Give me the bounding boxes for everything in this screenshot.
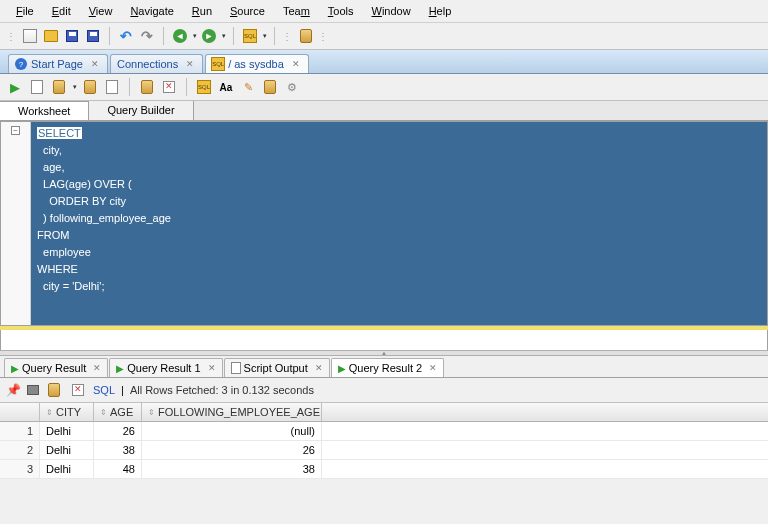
cell-age[interactable]: 26 bbox=[94, 422, 142, 440]
table-row[interactable]: 1 Delhi 26 (null) bbox=[0, 422, 768, 441]
result-toolbar: 📌 SQL | All Rows Fetched: 3 in 0.132 sec… bbox=[0, 378, 768, 403]
menu-window[interactable]: Window bbox=[364, 3, 419, 19]
table-row[interactable]: 3 Delhi 48 38 bbox=[0, 460, 768, 479]
separator: | bbox=[121, 384, 124, 396]
autotrace-button[interactable] bbox=[81, 78, 99, 96]
tab-query-result-1[interactable]: ▶ Query Result 1 ✕ bbox=[109, 358, 222, 377]
nav-forward-button[interactable]: ► bbox=[200, 27, 218, 45]
dba-button[interactable] bbox=[297, 27, 315, 45]
menu-run[interactable]: Run bbox=[184, 3, 220, 19]
close-icon[interactable]: ✕ bbox=[93, 363, 101, 373]
sql-editor[interactable]: − SELECT city, age, LAG(age) OVER ( ORDE… bbox=[0, 121, 768, 326]
cell-age[interactable]: 38 bbox=[94, 441, 142, 459]
open-button[interactable] bbox=[42, 27, 60, 45]
play-icon: ▶ bbox=[116, 363, 124, 374]
clear-button[interactable]: ✎ bbox=[239, 78, 257, 96]
tab-query-result-2[interactable]: ▶ Query Result 2 ✕ bbox=[331, 358, 444, 377]
arrow-left-icon: ◄ bbox=[173, 29, 187, 43]
menu-help[interactable]: Help bbox=[421, 3, 460, 19]
clear-result-button[interactable] bbox=[69, 381, 87, 399]
tab-connections[interactable]: Connections ✕ bbox=[110, 54, 203, 73]
menu-team[interactable]: Team bbox=[275, 3, 318, 19]
save-all-button[interactable] bbox=[84, 27, 102, 45]
close-icon[interactable]: ✕ bbox=[91, 59, 99, 69]
save-button[interactable] bbox=[63, 27, 81, 45]
dropdown-icon[interactable]: ▾ bbox=[193, 32, 197, 40]
print-icon[interactable] bbox=[27, 385, 39, 395]
sql-link[interactable]: SQL bbox=[93, 384, 115, 396]
close-icon[interactable]: ✕ bbox=[186, 59, 194, 69]
tab-script-output[interactable]: Script Output ✕ bbox=[224, 358, 330, 377]
code-content[interactable]: SELECT city, age, LAG(age) OVER ( ORDER … bbox=[31, 122, 602, 325]
undo-icon: ↶ bbox=[120, 28, 132, 44]
menu-view[interactable]: View bbox=[81, 3, 121, 19]
nav-back-button[interactable]: ◄ bbox=[171, 27, 189, 45]
cell-city[interactable]: Delhi bbox=[40, 441, 94, 459]
tab-worksheet[interactable]: Worksheet bbox=[0, 101, 89, 120]
eraser-icon: ✎ bbox=[244, 81, 253, 94]
tab-start-page[interactable]: ? Start Page ✕ bbox=[8, 54, 108, 73]
run-statement-button[interactable]: ▶ bbox=[6, 78, 24, 96]
cell-age[interactable]: 48 bbox=[94, 460, 142, 478]
rollback-button[interactable] bbox=[160, 78, 178, 96]
sql-history-button[interactable] bbox=[103, 78, 121, 96]
explain-plan-button[interactable] bbox=[50, 78, 68, 96]
unshared-button[interactable]: SQL bbox=[195, 78, 213, 96]
toolbar-grip-icon: ⋮ bbox=[318, 31, 328, 42]
column-header-city[interactable]: ⇕CITY bbox=[40, 403, 94, 421]
export-button[interactable] bbox=[45, 381, 63, 399]
cell-following-employee-age[interactable]: 26 bbox=[142, 441, 322, 459]
menu-source[interactable]: Source bbox=[222, 3, 273, 19]
sql-worksheet-button[interactable]: SQL bbox=[241, 27, 259, 45]
redo-button[interactable]: ↷ bbox=[138, 27, 156, 45]
report-button[interactable]: ⚙ bbox=[283, 78, 301, 96]
dropdown-icon[interactable]: ▾ bbox=[73, 83, 77, 91]
sql-icon: SQL bbox=[243, 29, 257, 43]
close-icon[interactable]: ✕ bbox=[429, 363, 437, 373]
history-icon bbox=[106, 80, 118, 94]
settings-button[interactable] bbox=[261, 78, 279, 96]
tab-sysdba[interactable]: SQL / as sysdba ✕ bbox=[205, 54, 309, 73]
menu-edit[interactable]: Edit bbox=[44, 3, 79, 19]
save-all-icon bbox=[87, 30, 99, 42]
toolbar-grip-icon: ⋮ bbox=[6, 31, 16, 42]
menu-navigate[interactable]: Navigate bbox=[122, 3, 181, 19]
cell-following-employee-age[interactable]: 38 bbox=[142, 460, 322, 478]
commit-icon bbox=[141, 80, 153, 94]
gear-icon bbox=[264, 80, 276, 94]
commit-button[interactable] bbox=[138, 78, 156, 96]
sort-icon: ⇕ bbox=[100, 408, 107, 417]
menubar: File Edit View Navigate Run Source Team … bbox=[0, 0, 768, 23]
tab-label: Connections bbox=[117, 58, 178, 70]
column-header-age[interactable]: ⇕AGE bbox=[94, 403, 142, 421]
pin-icon[interactable]: 📌 bbox=[6, 383, 21, 397]
header-rownum[interactable] bbox=[0, 403, 40, 421]
cell-city[interactable]: Delhi bbox=[40, 422, 94, 440]
dropdown-icon[interactable]: ▾ bbox=[263, 32, 267, 40]
close-icon[interactable]: ✕ bbox=[315, 363, 323, 373]
export-icon bbox=[48, 383, 60, 397]
tab-query-result[interactable]: ▶ Query Result ✕ bbox=[4, 358, 108, 377]
main-toolbar: ⋮ ↶ ↷ ◄ ▾ ► ▾ SQL ▾ ⋮ ⋮ bbox=[0, 23, 768, 50]
column-header-following-employee-age[interactable]: ⇕FOLLOWING_EMPLOYEE_AGE bbox=[142, 403, 322, 421]
cell-following-employee-age[interactable]: (null) bbox=[142, 422, 322, 440]
undo-button[interactable]: ↶ bbox=[117, 27, 135, 45]
to-upper-button[interactable]: Aa bbox=[217, 78, 235, 96]
database-icon bbox=[300, 29, 312, 43]
table-row[interactable]: 2 Delhi 38 26 bbox=[0, 441, 768, 460]
new-button[interactable] bbox=[21, 27, 39, 45]
fold-icon[interactable]: − bbox=[11, 126, 20, 135]
cell-city[interactable]: Delhi bbox=[40, 460, 94, 478]
menu-tools[interactable]: Tools bbox=[320, 3, 362, 19]
save-icon bbox=[66, 30, 78, 42]
fetch-status: All Rows Fetched: 3 in 0.132 seconds bbox=[130, 384, 314, 396]
new-file-icon bbox=[23, 29, 37, 43]
close-icon[interactable]: ✕ bbox=[208, 363, 216, 373]
tab-query-builder[interactable]: Query Builder bbox=[89, 101, 193, 120]
close-icon[interactable]: ✕ bbox=[292, 59, 300, 69]
menu-file[interactable]: File bbox=[8, 3, 42, 19]
run-script-button[interactable] bbox=[28, 78, 46, 96]
dropdown-icon[interactable]: ▾ bbox=[222, 32, 226, 40]
play-icon: ▶ bbox=[10, 80, 20, 95]
help-icon: ? bbox=[15, 58, 27, 70]
